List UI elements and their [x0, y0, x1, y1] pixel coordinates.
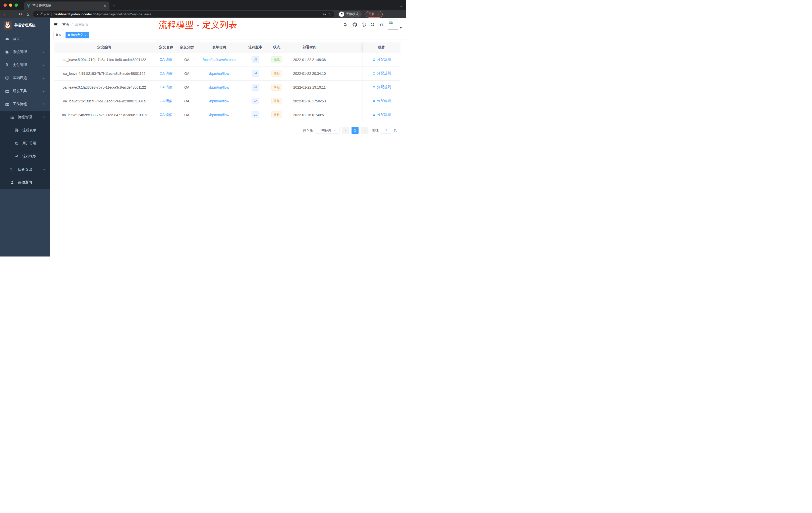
user-icon [372, 113, 376, 117]
browser-toolbar: ← → ⟳ ⌂ ▲ 不安全 dashboard.yudao.iocoder.cn… [0, 10, 406, 18]
window-controls[interactable] [3, 3, 18, 7]
table-row: oa_leave:3:1fad3d93-7b75-11ec-a3c8-acde4… [55, 80, 401, 94]
sidebar-item-system[interactable]: 系统管理 [0, 46, 50, 58]
sidebar-item-label: 流程模型 [22, 154, 36, 159]
tab-search-chevron-icon[interactable] [400, 3, 402, 7]
form-link[interactable]: /bpm/oa/flow [209, 71, 229, 76]
sidebar-item-user-group[interactable]: 用户分组 [0, 137, 50, 150]
new-tab-button[interactable]: + [113, 3, 116, 8]
definition-name-link[interactable]: OA 请假 [160, 99, 173, 103]
tag-close-icon[interactable]: × [85, 34, 86, 37]
annotation-title: 流程模型 - 定义列表 [159, 19, 237, 31]
sidebar-item-label: 首页 [13, 37, 20, 41]
font-size-icon[interactable]: TT [380, 23, 383, 27]
definition-name-link[interactable]: OA 请假 [160, 85, 173, 89]
update-label[interactable]: 更新 [368, 12, 375, 16]
sidebar-collapse-icon[interactable] [54, 22, 58, 27]
assign-rule-link[interactable]: 分配规则 [372, 113, 391, 117]
browser-menu-icon[interactable]: ⋮ [377, 12, 380, 16]
breadcrumb-current: 流程定义 [75, 22, 89, 27]
sidebar-item-process-mgmt[interactable]: 流程管理 [0, 111, 50, 124]
close-window-button[interactable] [3, 3, 7, 7]
broken-image-icon[interactable] [388, 20, 398, 30]
back-icon[interactable]: ← [3, 12, 7, 16]
tab-close-icon[interactable]: × [103, 4, 107, 8]
assign-rule-link[interactable]: 分配规则 [372, 71, 391, 76]
user-avatar[interactable] [388, 20, 402, 30]
sidebar-item-infrastructure[interactable]: 基础设施 [0, 71, 50, 85]
definition-name-link[interactable]: OA 请假 [160, 71, 173, 75]
prev-page-button[interactable]: ‹ [342, 127, 349, 134]
definition-category: OA [178, 53, 196, 66]
sidebar-menu: 首页 系统管理 ¥ 支付管理 [0, 32, 50, 256]
sidebar-item-devtools[interactable]: 研发工具 [0, 85, 50, 98]
paper-plane-icon [14, 154, 19, 159]
chevron-up-icon [43, 117, 45, 119]
definition-name-link[interactable]: OA 请假 [160, 113, 173, 117]
minimize-window-button[interactable] [9, 3, 12, 7]
reload-icon[interactable]: ⟳ [19, 12, 22, 16]
maximize-window-button[interactable] [14, 3, 18, 7]
url-bar[interactable]: ▲ 不安全 dashboard.yudao.iocoder.cn/bpm/man… [33, 11, 334, 17]
assign-rule-link[interactable]: 分配规则 [372, 99, 391, 103]
table-row: oa_leave:2:3c1f0ef1-76b1-11ec-9c66-a2380… [55, 94, 401, 108]
sidebar: 芋道管理系统 首页 系统管理 ¥ [0, 18, 50, 256]
url-text: dashboard.yudao.iocoder.cn/bpm/manager/d… [54, 12, 151, 16]
tag-process-definition[interactable]: 流程定义 × [65, 32, 89, 38]
definition-category: OA [178, 80, 196, 94]
gear-icon [5, 50, 9, 54]
tag-label: 流程定义 [71, 33, 83, 37]
search-icon[interactable] [343, 22, 348, 27]
briefcase-icon [5, 102, 9, 107]
sidebar-item-label: 工作流程 [13, 102, 27, 107]
definition-name-link[interactable]: OA 请假 [160, 58, 173, 61]
forward-icon[interactable]: → [11, 12, 15, 16]
fullscreen-icon[interactable] [371, 22, 375, 27]
col-deploy-time: 部署时间 [286, 42, 333, 53]
sidebar-item-process-form[interactable]: 流程表单 [0, 124, 50, 137]
form-link[interactable]: /bpm/oa/flow [209, 99, 229, 103]
org-tree-icon [10, 168, 14, 172]
sidebar-item-payment[interactable]: ¥ 支付管理 [0, 58, 50, 71]
page-number-button[interactable]: 1 [351, 127, 358, 134]
sidebar-item-label: 用户分组 [22, 141, 36, 146]
active-tag-dot [68, 34, 70, 36]
version-badge: v2 [252, 98, 259, 104]
key-icon[interactable] [322, 12, 326, 16]
deploy-time: 2022-01-16 01:40:51 [286, 108, 333, 122]
avatar-dropdown-caret-icon[interactable] [400, 27, 402, 29]
assign-rule-link[interactable]: 分配规则 [372, 85, 391, 89]
browser-update-button[interactable]: 更新 ⋮ [366, 11, 383, 18]
home-icon[interactable]: ⌂ [26, 12, 29, 16]
definition-id: oa_leave:5:004b710b-7b8a-11ec-8ef0-acde4… [55, 53, 154, 66]
sidebar-item-home[interactable]: 首页 [0, 32, 50, 46]
status-badge: 挂起 [271, 70, 282, 77]
table-header-row: 定义编号 定义名称 定义分类 表单信息 流程版本 状态 部署时间 操作 [55, 42, 401, 53]
breadcrumb-home[interactable]: 首页 [62, 22, 69, 27]
form-link[interactable]: /bpm/oa/flow [209, 85, 229, 89]
app-logo[interactable]: 芋道管理系统 [0, 18, 50, 32]
security-label[interactable]: 不安全 [40, 12, 50, 16]
sidebar-item-workflow[interactable]: 工作流程 [0, 98, 50, 111]
definition-table: 定义编号 定义名称 定义分类 表单信息 流程版本 状态 部署时间 操作 oa_l… [55, 42, 401, 122]
sidebar-item-process-model[interactable]: 流程模型 [0, 150, 50, 163]
help-icon[interactable]: ? [362, 23, 366, 27]
page-size-select[interactable]: 10条/页 [316, 127, 340, 134]
sidebar-item-leave-query[interactable]: 请假查询 [0, 176, 50, 189]
deploy-time: 2022-01-22 21:48:38 [286, 53, 333, 66]
bookmark-star-icon[interactable]: ☆ [328, 12, 331, 17]
next-page-button[interactable]: › [361, 127, 368, 134]
github-icon[interactable] [352, 22, 357, 27]
sidebar-item-task-mgmt[interactable]: 任务管理 [0, 163, 50, 176]
version-badge: v4 [252, 70, 259, 77]
goto-page-input[interactable] [381, 127, 391, 134]
form-link[interactable]: /bpm/oa/leave/create [203, 58, 236, 62]
col-definition-id: 定义编号 [55, 42, 154, 53]
browser-tab[interactable]: 芋道管理系统 × [24, 1, 110, 10]
assign-rule-link[interactable]: 分配规则 [372, 57, 391, 62]
tag-home[interactable]: 首页 [54, 32, 64, 38]
dashboard-icon [5, 37, 9, 41]
form-link[interactable]: /bpm/oa/flow [209, 113, 229, 117]
list-icon [10, 115, 14, 119]
pagination-total: 共 5 条 [303, 128, 313, 132]
